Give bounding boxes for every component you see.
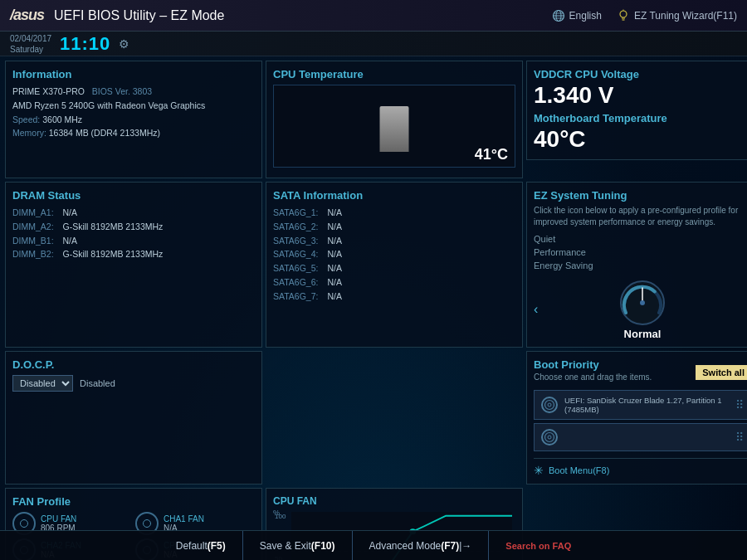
bulb-icon (617, 9, 630, 22)
cpu-temp-title: CPU Temperature (273, 68, 515, 80)
current-profile-label: Normal (624, 328, 662, 340)
tuning-performance[interactable]: Performance (534, 246, 747, 258)
model-value: PRIME X370-PRO BIOS Ver. 3803 (12, 86, 152, 96)
footer: Default(F5) Save & Exit(F10) Advanced Mo… (0, 530, 747, 560)
ez-wizard-button[interactable]: EZ Tuning Wizard(F11) (617, 9, 737, 22)
vddcr-panel: VDDCR CPU Voltage 1.340 V Motherboard Te… (526, 61, 747, 160)
svg-point-5 (620, 11, 627, 17)
speed-value: 3600 MHz (42, 114, 82, 124)
switch-all-button[interactable]: Switch all (696, 365, 747, 380)
speed-label: Speed: (12, 114, 40, 124)
docp-panel: D.O.C.P. Disabled Disabled (5, 351, 262, 485)
fan-name-cha1: CHA1 FAN (164, 514, 204, 523)
drag-handle-1[interactable]: ⠿ (735, 398, 744, 411)
dram-content: DIMM_A1: N/A DIMM_A2: G-Skill 8192MB 213… (12, 206, 255, 261)
boot-panel: Boot Priority Choose one and drag the it… (526, 351, 747, 485)
docp-area: D.O.C.P. Disabled Disabled Boot Priority… (0, 351, 747, 485)
date-text: 02/04/2017 (10, 33, 51, 44)
time-display: 11:10 (60, 33, 110, 55)
info-title: Information (12, 68, 255, 80)
profile-gauge (618, 278, 667, 328)
boot-item-2[interactable]: ⠿ (534, 423, 747, 451)
tuning-options: Quiet Performance Energy Saving (534, 233, 747, 271)
docp-title: D.O.C.P. (12, 358, 255, 371)
asus-logo: /asus (10, 7, 44, 24)
vddcr-value: 1.340 V (534, 82, 747, 109)
fan-name-cpu: CPU FAN (41, 514, 76, 523)
svg-point-11 (640, 300, 645, 305)
advanced-mode-button[interactable]: Advanced Mode(F7)|→ (353, 531, 490, 560)
header: /asus UEFI BIOS Utility – EZ Mode Englis… (0, 0, 747, 32)
disk-icon-1 (541, 397, 558, 413)
search-faq-button[interactable]: Search on FAQ (489, 531, 588, 560)
gauge-area: ‹ Normal › (534, 278, 747, 340)
ez-tuning-panel: EZ System Tuning Click the icon below to… (526, 182, 747, 348)
tuning-energy[interactable]: Energy Saving (534, 260, 747, 271)
info-content: PRIME X370-PRO BIOS Ver. 3803 AMD Ryzen … (12, 85, 255, 140)
vddcr-title: VDDCR CPU Voltage (534, 68, 747, 80)
language-selector[interactable]: English (552, 9, 602, 22)
datetime-bar: 02/04/2017 Saturday 11:10 ⚙ (0, 32, 747, 56)
boot-title: Boot Priority (534, 358, 652, 371)
settings-icon[interactable]: ⚙ (119, 37, 129, 51)
sata-content: SATA6G_1: N/A SATA6G_2: N/A SATA6G_3: N/… (273, 206, 515, 304)
prev-profile-button[interactable]: ‹ (534, 302, 538, 317)
docp-select[interactable]: Disabled (12, 375, 73, 392)
boot-menu-button[interactable]: ✳ Boot Menu(F8) (534, 458, 747, 477)
globe-icon (552, 9, 565, 22)
boot-item-1-label: UEFI: SanDisk Cruzer Blade 1.27, Partiti… (564, 396, 729, 414)
ez-title: EZ System Tuning (534, 189, 747, 202)
asterisk-icon: ✳ (534, 464, 544, 477)
save-exit-button[interactable]: Save & Exit(F10) (243, 531, 353, 560)
svg-point-14 (545, 433, 554, 442)
dram-panel: DRAM Status DIMM_A1: N/A DIMM_A2: G-Skil… (5, 182, 262, 348)
sata-panel: SATA Information SATA6G_1: N/A SATA6G_2:… (266, 182, 523, 348)
cpu-temp-value: 41°C (475, 146, 508, 163)
cpu-temp-panel: CPU Temperature 41°C (266, 61, 523, 178)
sata-title: SATA Information (273, 189, 515, 202)
middle-area: DRAM Status DIMM_A1: N/A DIMM_A2: G-Skil… (0, 182, 747, 348)
svg-point-13 (548, 403, 551, 407)
day-text: Saturday (10, 44, 51, 55)
ez-wizard-label: EZ Tuning Wizard(F11) (634, 10, 737, 22)
y-100: 100 (275, 513, 286, 520)
memory-value: 16384 MB (DDR4 2133MHz) (49, 128, 160, 138)
disk-icon-2 (541, 429, 558, 446)
date-display: 02/04/2017 Saturday (10, 33, 51, 55)
chart-title: CPU FAN (273, 495, 515, 507)
tuning-quiet[interactable]: Quiet (534, 233, 747, 245)
svg-point-15 (548, 436, 551, 439)
memory-label: Memory: (12, 128, 46, 138)
docp-status: Disabled (80, 378, 115, 388)
right-column: VDDCR CPU Voltage 1.340 V Motherboard Te… (526, 61, 747, 178)
default-button[interactable]: Default(F5) (159, 531, 243, 560)
information-panel: Information PRIME X370-PRO BIOS Ver. 380… (5, 61, 262, 178)
fan-profile-title: FAN Profile (12, 495, 255, 508)
dram-title: DRAM Status (12, 189, 255, 202)
header-right: English EZ Tuning Wizard(F11) (552, 9, 737, 22)
top-area: Information PRIME X370-PRO BIOS Ver. 380… (0, 56, 747, 178)
boot-desc: Choose one and drag the items. (534, 373, 652, 382)
svg-point-12 (545, 401, 554, 410)
boot-item-1[interactable]: UEFI: SanDisk Cruzer Blade 1.27, Partiti… (534, 390, 747, 420)
language-label: English (569, 10, 602, 22)
drag-handle-2[interactable]: ⠿ (735, 431, 744, 444)
ez-desc: Click the icon below to apply a pre-conf… (534, 205, 747, 228)
cpu-value: AMD Ryzen 5 2400G with Radeon Vega Graph… (12, 100, 205, 110)
mb-temp-title: Motherboard Temperature (534, 112, 747, 124)
mb-temp-value: 40°C (534, 126, 747, 153)
header-title: UEFI BIOS Utility – EZ Mode (54, 8, 224, 23)
